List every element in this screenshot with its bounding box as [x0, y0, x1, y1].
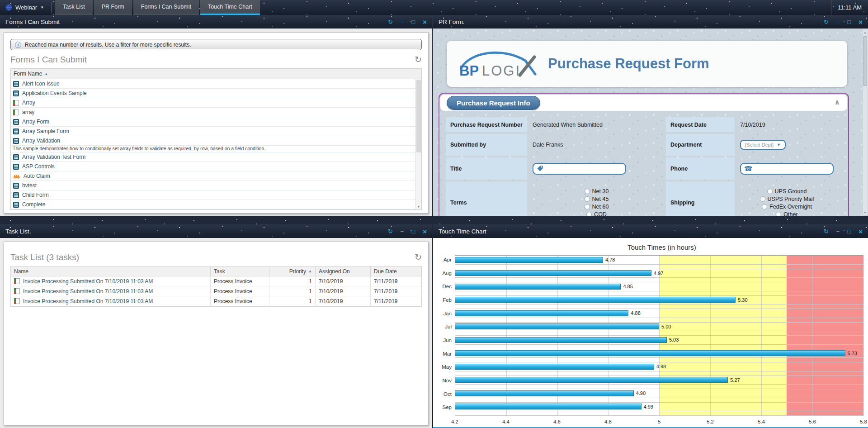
form-row[interactable]: array [11, 108, 421, 117]
radio-option[interactable]: Net 60 [585, 204, 609, 210]
radio-option[interactable]: UPS Ground [767, 188, 807, 195]
scrollbar-thumb[interactable] [863, 36, 867, 86]
maximize-icon[interactable]: □ [411, 228, 415, 234]
tab-pr-form[interactable]: PR Form [94, 0, 132, 15]
title-input[interactable] [533, 163, 626, 175]
minimize-icon[interactable]: − [836, 228, 840, 234]
tab-task-list[interactable]: Task List [55, 0, 93, 15]
y-axis-label: Aug [437, 271, 452, 276]
form-row[interactable]: Alert Icon Issue [11, 79, 421, 89]
radio-icon[interactable] [776, 212, 781, 217]
x-axis-label: 5.2 [707, 419, 714, 424]
form-row[interactable]: Array Validation Test Form [11, 152, 421, 162]
bar-value: 5.00 [661, 324, 671, 329]
table-row[interactable]: Invoice Processing Submitted On 7/10/201… [11, 286, 421, 296]
request-date-value: 7/10/2019 [737, 117, 836, 132]
form-row[interactable]: Array Form [11, 117, 421, 127]
scrollbar[interactable]: ▼ [415, 79, 421, 209]
minimize-icon[interactable]: − [401, 228, 404, 234]
shipping-radio-group: UPS GroundUSPS Priority MailFedEx Overni… [737, 181, 836, 216]
column-header-due-date[interactable]: Due Date [371, 266, 421, 276]
refresh-icon[interactable]: ↻ [388, 228, 393, 234]
y-axis-label: Apr [437, 257, 452, 262]
radio-icon[interactable] [767, 189, 773, 194]
radio-icon[interactable] [585, 189, 590, 194]
radio-icon[interactable] [760, 196, 765, 202]
bar[interactable] [455, 377, 728, 383]
bar[interactable] [455, 323, 659, 329]
panel-header: Forms I Can Submit ↻−□× [0, 15, 432, 29]
chevron-down-icon: ▼ [40, 5, 44, 10]
radio-option[interactable]: Net 45 [585, 196, 609, 202]
form-row[interactable]: Array Validation [11, 136, 421, 146]
minimize-icon[interactable]: − [836, 19, 840, 25]
scroll-down-icon[interactable]: ▼ [416, 203, 421, 209]
maximize-icon[interactable]: □ [847, 19, 851, 25]
bar-value: 4.98 [656, 364, 666, 369]
radio-option[interactable]: Other [776, 211, 797, 217]
form-row[interactable]: Child Form [11, 190, 421, 200]
department-dropdown[interactable]: [Select Dept] ▼ [740, 140, 786, 150]
task-due-date: 7/11/2019 [371, 276, 421, 286]
bar[interactable] [455, 297, 736, 303]
option-label: UPS Ground [775, 188, 807, 195]
column-header-task[interactable]: Task [211, 266, 269, 276]
radio-icon[interactable] [585, 204, 590, 209]
app-menu[interactable]: Webinar ▼ [0, 0, 51, 15]
refresh-icon[interactable]: ↻ [415, 54, 422, 65]
form-row[interactable]: bvtest [11, 181, 421, 190]
table-row[interactable]: Invoice Processing Submitted On 7/10/201… [11, 296, 421, 306]
radio-icon[interactable] [762, 204, 767, 209]
refresh-icon[interactable]: ↻ [415, 252, 422, 262]
panel-body: BP LOGI Purchase Request Form Purchase R… [433, 29, 868, 216]
scrollbar[interactable]: ▲ ▼ [862, 29, 868, 215]
column-header-priority[interactable]: Priority ▲ [269, 266, 316, 276]
radio-option[interactable]: Net 30 [585, 188, 609, 195]
form-row[interactable]: ASP Controls [11, 162, 421, 171]
form-row[interactable]: Application Events Sample [11, 89, 421, 98]
minimize-icon[interactable]: − [401, 19, 404, 25]
bar[interactable] [455, 284, 621, 290]
column-header-form-name[interactable]: Form Name ▲ [11, 69, 421, 79]
form-row[interactable]: Complete [11, 200, 421, 209]
tab-forms-i-can-submit[interactable]: Forms I Can Submit [133, 0, 199, 15]
bar[interactable] [455, 337, 667, 343]
column-header-assigned-on[interactable]: Assigned On [316, 266, 371, 276]
y-axis-label: Jun [437, 338, 452, 343]
bar[interactable] [455, 270, 651, 276]
book-icon [14, 288, 20, 294]
scrollbar-thumb[interactable] [416, 80, 421, 152]
form-row[interactable]: Array Sample Form [11, 127, 421, 136]
scroll-up-icon[interactable]: ▲ [863, 29, 868, 35]
radio-option[interactable]: FedEx Overnight [762, 204, 812, 210]
chart-band: 4.97 [455, 269, 863, 283]
refresh-icon[interactable]: ↻ [824, 228, 829, 234]
radio-option[interactable]: USPS Priority Mail [760, 196, 814, 202]
scroll-down-icon[interactable]: ▼ [863, 209, 868, 215]
bar[interactable] [455, 390, 634, 396]
maximize-icon[interactable]: □ [411, 19, 415, 25]
close-icon[interactable]: × [423, 228, 427, 235]
close-icon[interactable]: × [859, 19, 863, 25]
tab-touch-time-chart[interactable]: Touch Time Chart [200, 0, 260, 15]
radio-icon[interactable] [586, 212, 592, 217]
refresh-icon[interactable]: ↻ [388, 19, 393, 25]
bar[interactable] [455, 364, 654, 370]
radio-icon[interactable] [585, 196, 590, 202]
bar[interactable] [455, 404, 642, 409]
phone-input[interactable]: ☎ [740, 163, 834, 175]
bar[interactable] [455, 310, 628, 316]
table-row[interactable]: Invoice Processing Submitted On 7/10/201… [11, 276, 421, 286]
close-icon[interactable]: × [423, 19, 427, 25]
bar[interactable] [455, 350, 845, 356]
close-icon[interactable]: × [859, 228, 863, 235]
form-row[interactable]: Auto Claim [11, 171, 421, 181]
column-header-name[interactable]: Name [11, 266, 211, 276]
maximize-icon[interactable]: □ [847, 228, 851, 234]
form-row[interactable]: Array [11, 98, 421, 108]
radio-option[interactable]: COD [586, 211, 607, 217]
collapse-icon[interactable]: ∧ [835, 98, 840, 106]
bar-value: 5.30 [738, 297, 747, 303]
refresh-icon[interactable]: ↻ [824, 19, 829, 25]
bar[interactable] [455, 257, 603, 263]
